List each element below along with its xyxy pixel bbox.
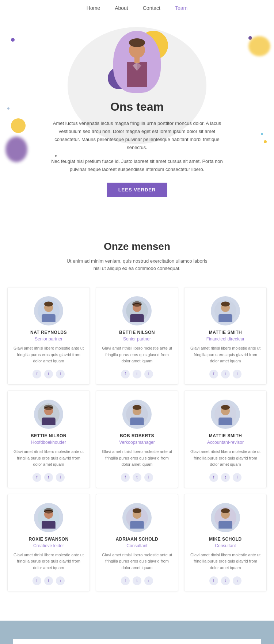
team-member-role: Financieel directeur [190, 336, 260, 342]
instagram-icon[interactable]: i [233, 576, 241, 585]
hero-paragraph2: Nec feugiat nisl pretium fusce id. Justo… [49, 157, 225, 174]
decorative-blob-purple-left [5, 137, 27, 162]
facebook-icon[interactable]: f [121, 370, 130, 378]
instagram-icon[interactable]: i [56, 370, 65, 378]
svg-rect-33 [42, 521, 56, 529]
twitter-icon[interactable]: t [44, 576, 53, 585]
svg-rect-41 [218, 521, 232, 529]
svg-rect-25 [130, 418, 144, 425]
twitter-icon[interactable]: t [133, 576, 141, 585]
twitter-icon[interactable]: t [221, 576, 230, 585]
twitter-icon[interactable]: t [44, 370, 53, 378]
svg-point-34 [44, 508, 53, 513]
svg-point-10 [44, 302, 53, 307]
team-member-name: MATTIE SMITH [190, 330, 260, 335]
svg-point-14 [132, 301, 142, 307]
decorative-dot-purple-tl [11, 38, 15, 42]
hero-image-wrap [113, 31, 161, 93]
svg-point-6 [129, 38, 145, 47]
social-icons: f t i [190, 473, 260, 482]
team-card: ROXIE SWANSON Creatieve leider Glavi ame… [7, 494, 90, 591]
team-member-desc: Glavi amet ritnisl libero molestie ante … [14, 552, 84, 571]
svg-rect-13 [130, 314, 144, 322]
hero-section: Ons team Amet luctus venenatis lectus ma… [0, 16, 274, 219]
social-icons: f t i [102, 370, 172, 378]
decorative-blob-yellow-right [248, 36, 270, 56]
instagram-icon[interactable]: i [144, 576, 153, 585]
twitter-icon[interactable]: t [221, 370, 230, 378]
team-avatar [122, 296, 152, 325]
team-member-desc: Glavi amet ritnisl libero molestie ante … [14, 345, 84, 365]
decorative-dot-yellow-right2 [264, 140, 267, 143]
twitter-icon[interactable]: t [221, 473, 230, 482]
cta-section: Heb je een nieuw project? Bel ons voor s… [0, 621, 274, 644]
team-avatar [34, 296, 63, 325]
team-member-desc: Glavi amet ritnisl libero molestie ante … [102, 345, 172, 365]
facebook-icon[interactable]: f [33, 370, 41, 378]
team-card: MIKE SCHOLD Consultant Glavi amet ritnis… [184, 494, 267, 591]
facebook-icon[interactable]: f [209, 370, 218, 378]
team-member-role: Consultant [190, 543, 260, 548]
team-avatar [211, 400, 240, 429]
nav-contact[interactable]: Contact [143, 5, 160, 11]
instagram-icon[interactable]: i [233, 473, 241, 482]
team-card: BETTIE NILSON Hoofdboekhouder Glavi amet… [7, 390, 90, 488]
team-member-desc: Glavi amet ritnisl libero molestie ante … [102, 449, 172, 468]
team-card: BETTIE NILSON Senior partner Glavi amet … [96, 287, 178, 385]
team-card: MATTIE SMITH Accountant-revisor Glavi am… [184, 390, 267, 488]
hero-cta-button[interactable]: LEES VERDER [107, 183, 168, 197]
team-member-desc: Glavi amet ritnisl libero molestie ante … [190, 345, 260, 365]
instagram-icon[interactable]: i [144, 370, 153, 378]
decorative-dot-blue-right [261, 133, 263, 135]
team-member-role: Hoofdboekhouder [14, 440, 84, 445]
svg-point-30 [221, 405, 230, 410]
team-member-role: Senior partner [14, 336, 84, 342]
facebook-icon[interactable]: f [209, 576, 218, 585]
team-avatar [34, 503, 63, 532]
svg-rect-9 [42, 314, 56, 322]
instagram-icon[interactable]: i [144, 473, 153, 482]
decorative-dot-sm-left [55, 155, 57, 157]
instagram-icon[interactable]: i [56, 473, 65, 482]
team-member-role: Accountant-revisor [190, 440, 260, 445]
svg-point-26 [133, 405, 141, 410]
team-member-name: MIKE SCHOLD [190, 537, 260, 542]
social-icons: f t i [14, 473, 84, 482]
team-section-subtitle: Ut enim ad minim veniam, quis nostrud ex… [64, 258, 210, 273]
facebook-icon[interactable]: f [121, 576, 130, 585]
team-avatar [211, 503, 240, 532]
facebook-icon[interactable]: f [209, 473, 218, 482]
nav-team[interactable]: Team [175, 5, 187, 11]
svg-point-38 [133, 508, 141, 513]
social-icons: f t i [190, 576, 260, 585]
facebook-icon[interactable]: f [33, 473, 41, 482]
main-nav: Home About Contact Team [0, 0, 274, 16]
social-icons: f t i [14, 370, 84, 378]
instagram-icon[interactable]: i [233, 370, 241, 378]
team-grid: NAT REYNOLDS Senior partner Glavi amet r… [7, 287, 267, 591]
team-member-role: Creatieve leider [14, 543, 84, 548]
facebook-icon[interactable]: f [121, 473, 130, 482]
twitter-icon[interactable]: t [133, 370, 141, 378]
team-section-title: Onze mensen [7, 241, 267, 252]
facebook-icon[interactable]: f [33, 576, 41, 585]
svg-point-22 [44, 405, 53, 410]
team-member-desc: Glavi amet ritnisl libero molestie ante … [190, 449, 260, 468]
cta-box: Heb je een nieuw project? Bel ons voor s… [13, 639, 261, 644]
team-section: Onze mensen Ut enim ad minim veniam, qui… [0, 219, 274, 606]
team-member-name: NAT REYNOLDS [14, 330, 84, 335]
instagram-icon[interactable]: i [56, 576, 65, 585]
twitter-icon[interactable]: t [44, 473, 53, 482]
team-avatar [34, 400, 63, 429]
nav-about[interactable]: About [115, 5, 128, 11]
team-member-role: Senior partner [102, 336, 172, 342]
team-member-name: ADRIAAN SCHOLD [102, 537, 172, 542]
decorative-blob-orange-left [11, 118, 26, 133]
social-icons: f t i [14, 576, 84, 585]
team-member-role: Consultant [102, 543, 172, 548]
svg-rect-17 [218, 314, 232, 322]
social-icons: f t i [102, 473, 172, 482]
nav-home[interactable]: Home [87, 5, 100, 11]
twitter-icon[interactable]: t [133, 473, 141, 482]
svg-point-18 [221, 302, 230, 307]
